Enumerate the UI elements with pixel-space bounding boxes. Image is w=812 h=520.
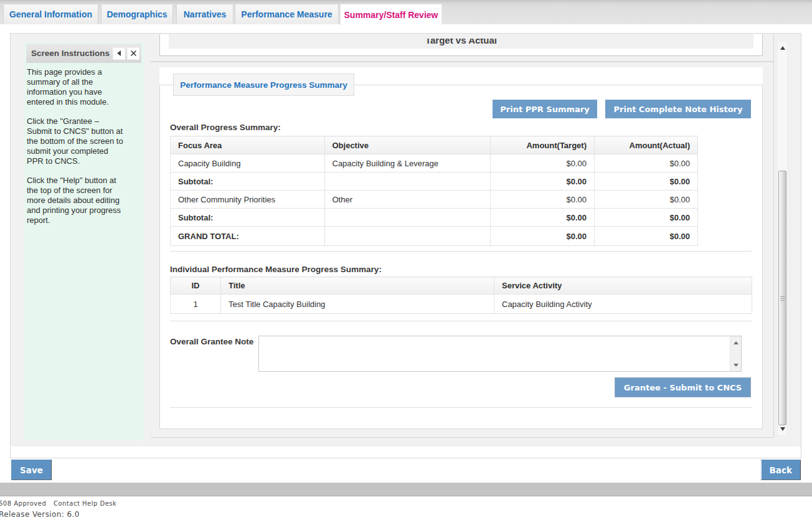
collapse-panel-button[interactable] bbox=[113, 47, 125, 60]
individual-summary-label: Individual Performance Measure Progress … bbox=[170, 265, 382, 274]
cell-focus-area: GRAND TOTAL: bbox=[171, 227, 325, 246]
textarea-scrollbar[interactable] bbox=[730, 336, 741, 371]
content-vertical-scrollbar[interactable] bbox=[777, 41, 788, 436]
print-ppr-summary-button[interactable]: Print PPR Summary bbox=[493, 100, 597, 118]
footer-links: 508 Approved Contact Help Desk bbox=[0, 500, 116, 507]
cell-title: Test Title Capacity Building bbox=[221, 295, 494, 314]
cell-amount-actual: $0.00 bbox=[595, 227, 698, 246]
summary-section: Performance Measure Progress Summary Pri… bbox=[159, 67, 763, 429]
cell-amount-actual: $0.00 bbox=[595, 154, 698, 173]
tab-strip: General Information Demographics Narrati… bbox=[0, 0, 812, 24]
target-vs-actual-section: Target vs Actual bbox=[159, 34, 763, 56]
overall-grantee-note-textarea[interactable] bbox=[258, 336, 742, 372]
cell-focus-area: Other Community Priorities bbox=[171, 191, 325, 209]
close-icon bbox=[131, 50, 136, 56]
scrollbar-down-arrow[interactable] bbox=[778, 425, 788, 433]
target-vs-actual-clip: Target vs Actual bbox=[169, 39, 753, 49]
tab-demographics[interactable]: Demographics bbox=[101, 4, 173, 24]
overall-progress-summary-label: Overall Progress Summary: bbox=[170, 123, 281, 132]
link-508-approved[interactable]: 508 Approved bbox=[0, 500, 46, 507]
cell-service-activity: Capacity Building Activity bbox=[494, 295, 752, 314]
footer-gray-bar bbox=[0, 483, 812, 496]
print-complete-note-history-button[interactable]: Print Complete Note History bbox=[605, 100, 751, 118]
cell-amount-target: $0.00 bbox=[491, 209, 595, 227]
tab-performance-measure[interactable]: Performance Measure bbox=[235, 4, 339, 24]
instruction-paragraph: This page provides a summary of all the … bbox=[27, 67, 126, 107]
instruction-paragraph: Click the "Grantee – Submit to CNCS" but… bbox=[27, 116, 126, 166]
individual-summary-table: ID Title Service Activity 1 Test Title C… bbox=[170, 277, 752, 314]
tab-summary-staff-review[interactable]: Summary/Staff Review bbox=[340, 4, 442, 25]
screen-instructions-text: This page provides a summary of all the … bbox=[27, 67, 126, 235]
section-divider bbox=[151, 61, 773, 62]
cell-amount-actual: $0.00 bbox=[595, 209, 698, 227]
cell-objective bbox=[324, 173, 491, 191]
content-scroll-region: Target vs Actual Performance Measure Pro… bbox=[151, 34, 774, 438]
col-amount-target: Amount(Target) bbox=[491, 136, 595, 154]
cell-objective: Capacity Building & Leverage bbox=[324, 154, 491, 173]
col-objective: Objective bbox=[324, 136, 491, 154]
cell-objective bbox=[324, 227, 491, 246]
cell-objective bbox=[324, 209, 491, 227]
screen-instructions-panel: Screen Instructions This page provides a… bbox=[24, 42, 144, 440]
horizontal-separator bbox=[170, 321, 752, 321]
table-row: 1 Test Title Capacity Building Capacity … bbox=[171, 295, 752, 314]
cell-amount-target: $0.00 bbox=[491, 191, 595, 209]
back-button[interactable]: Back bbox=[760, 460, 801, 480]
cell-amount-target: $0.00 bbox=[491, 227, 595, 246]
screen-instructions-title: Screen Instructions bbox=[26, 49, 113, 58]
cell-amount-target: $0.00 bbox=[491, 173, 595, 191]
table-row-subtotal: Subtotal: $0.00 $0.00 bbox=[171, 209, 698, 227]
left-arrow-icon bbox=[116, 50, 121, 56]
table-row-grand-total: GRAND TOTAL: $0.00 $0.00 bbox=[171, 227, 698, 246]
horizontal-separator bbox=[170, 251, 752, 252]
cell-objective: Other bbox=[324, 191, 491, 209]
scroll-down-icon[interactable] bbox=[730, 360, 742, 370]
target-vs-actual-header-bar: Target vs Actual bbox=[169, 34, 753, 49]
tab-narratives[interactable]: Narratives bbox=[176, 4, 234, 24]
release-version: Release Version: 6.0 bbox=[0, 510, 80, 519]
page: General Information Demographics Narrati… bbox=[0, 0, 812, 520]
scroll-up-icon[interactable] bbox=[730, 338, 742, 347]
table-row-subtotal: Subtotal: $0.00 $0.00 bbox=[171, 173, 698, 191]
table-row: Other Community Priorities Other $0.00 $… bbox=[171, 191, 698, 209]
overall-progress-summary-table: Focus Area Objective Amount(Target) Amou… bbox=[170, 136, 698, 246]
cell-amount-target: $0.00 bbox=[491, 154, 595, 173]
col-title: Title bbox=[221, 277, 494, 295]
close-panel-button[interactable] bbox=[127, 47, 139, 60]
col-amount-actual: Amount(Actual) bbox=[595, 136, 698, 154]
summary-section-tab[interactable]: Performance Measure Progress Summary bbox=[173, 73, 354, 96]
cell-amount-actual: $0.00 bbox=[595, 191, 698, 209]
screen-instructions-header: Screen Instructions bbox=[26, 44, 141, 63]
cell-focus-area: Capacity Building bbox=[171, 154, 325, 173]
table-header-row: Focus Area Objective Amount(Target) Amou… bbox=[171, 136, 698, 154]
save-button[interactable]: Save bbox=[11, 460, 52, 480]
instruction-paragraph: Click the "Help" button at the top of th… bbox=[27, 176, 126, 225]
target-vs-actual-title: Target vs Actual bbox=[169, 39, 753, 45]
col-focus-area: Focus Area bbox=[171, 136, 325, 154]
link-contact-help-desk[interactable]: Contact Help Desk bbox=[54, 500, 116, 507]
table-header-row: ID Title Service Activity bbox=[171, 277, 752, 295]
grantee-submit-to-cncs-button[interactable]: Grantee - Submit to CNCS bbox=[615, 377, 751, 397]
tab-general-information[interactable]: General Information bbox=[3, 4, 98, 24]
col-id: ID bbox=[171, 277, 221, 295]
overall-grantee-note-label: Overall Grantee Note bbox=[170, 337, 253, 346]
cell-id: 1 bbox=[171, 295, 221, 314]
main-panel: Screen Instructions This page provides a… bbox=[10, 33, 801, 458]
cell-amount-actual: $0.00 bbox=[595, 173, 698, 191]
cell-focus-area: Subtotal: bbox=[171, 173, 325, 191]
scrollbar-thumb[interactable] bbox=[778, 171, 786, 425]
tab-bar: General Information Demographics Narrati… bbox=[3, 4, 442, 24]
cell-focus-area: Subtotal: bbox=[171, 209, 325, 227]
table-row: Capacity Building Capacity Building & Le… bbox=[171, 154, 698, 173]
col-service-activity: Service Activity bbox=[494, 277, 752, 295]
scrollbar-up-arrow[interactable] bbox=[778, 44, 788, 52]
horizontal-separator bbox=[170, 407, 752, 408]
